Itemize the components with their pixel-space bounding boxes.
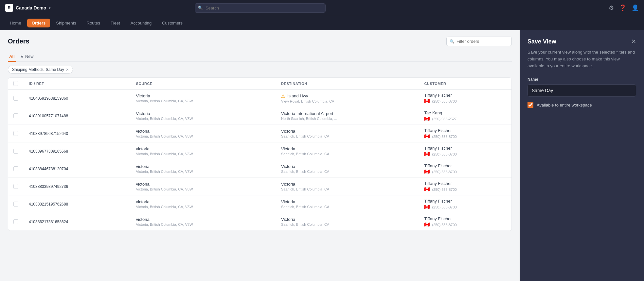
row-source: Victoria Victoria, British Columbia, CA,… — [131, 107, 276, 125]
orders-header: Orders 🔍 — [8, 37, 512, 46]
row-destination: Victoria Saanich, British Columbia, CA — [276, 160, 419, 178]
row-checkbox-cell — [8, 213, 24, 231]
row-checkbox-cell — [8, 142, 24, 160]
flag-icon: 🇨🇦 — [424, 98, 430, 104]
row-id: 410389789687152640 — [24, 125, 131, 142]
row-checkbox[interactable] — [13, 149, 18, 154]
table-row[interactable]: 410388215195762688 victoria Victoria, Br… — [8, 195, 511, 213]
row-id: 410388446738120704 — [24, 160, 131, 178]
row-destination: Victoria Saanich, British Columbia, CA — [276, 142, 419, 160]
row-checkbox-cell — [8, 160, 24, 178]
name-field-label: Name — [528, 77, 636, 82]
nav-routes[interactable]: Routes — [82, 19, 105, 27]
table-row[interactable]: 410389789687152640 victoria Victoria, Br… — [8, 125, 511, 142]
topbar-actions: ⚙ ❓ 👤 — [609, 4, 639, 11]
brand-logo: R — [5, 4, 13, 12]
table-row[interactable]: 410389677309165568 victoria Victoria, Br… — [8, 142, 511, 160]
tab-all[interactable]: All — [8, 51, 16, 61]
panel-close-button[interactable]: ✕ — [631, 38, 636, 45]
filter-icon: 🔍 — [450, 39, 455, 44]
help-icon[interactable]: ❓ — [619, 4, 626, 11]
nav-accounting[interactable]: Accounting — [126, 19, 156, 27]
row-id: 410389677309165568 — [24, 142, 131, 160]
table-row[interactable]: 410391005771071488 Victoria Victoria, Br… — [8, 107, 511, 125]
filter-orders-input[interactable] — [446, 37, 512, 46]
tabs: All ★ New — [8, 51, 512, 62]
chip-close-icon[interactable]: × — [66, 67, 69, 72]
table-row[interactable]: 410388339397492736 victoria Victoria, Br… — [8, 178, 511, 195]
row-customer: Tiffany Fischer 🇨🇦 (250) 538-8700 — [419, 195, 511, 213]
row-customer: Tiffany Fischer 🇨🇦 (250) 538-8700 — [419, 160, 511, 178]
shipping-method-chip: Shipping Methods: Same Day × — [8, 66, 73, 74]
navbar: Home Orders Shipments Routes Fleet Accou… — [0, 16, 644, 30]
view-name-input[interactable] — [528, 84, 636, 97]
nav-orders[interactable]: Orders — [27, 19, 50, 27]
orders-table: ID / REF SOURCE DESTINATION CUSTOMER 410… — [8, 77, 512, 231]
main-content: Orders 🔍 All ★ New Shipping Methods: Sam… — [0, 30, 644, 281]
nav-customers[interactable]: Customers — [157, 19, 187, 27]
row-checkbox[interactable] — [13, 219, 18, 224]
search-icon: 🔍 — [198, 6, 203, 10]
table-row[interactable]: 410386217381658624 victoria Victoria, Br… — [8, 213, 511, 231]
row-customer: Tiffany Fischer 🇨🇦 (250) 538-8700 — [419, 213, 511, 231]
tab-new-label: New — [25, 54, 34, 59]
row-checkbox[interactable] — [13, 202, 18, 207]
nav-shipments[interactable]: Shipments — [51, 19, 80, 27]
flag-icon: 🇨🇦 — [424, 134, 430, 139]
workspace-checkbox-row: Available to entire workspace — [528, 102, 636, 108]
row-destination: Victoria International Airport North Saa… — [276, 107, 419, 125]
brand-chevron-icon: ▾ — [49, 6, 50, 10]
table-row[interactable]: 410405919638159360 Victoria Victoria, Br… — [8, 90, 511, 107]
flag-icon: 🇨🇦 — [424, 222, 430, 227]
page-title: Orders — [8, 38, 29, 45]
row-checkbox[interactable] — [13, 113, 18, 118]
select-all-checkbox[interactable] — [13, 81, 18, 86]
chip-label: Shipping Methods: Same Day — [12, 67, 64, 72]
row-customer: Tiffany Fischer 🇨🇦 (250) 538-8700 — [419, 125, 511, 142]
nav-fleet[interactable]: Fleet — [106, 19, 125, 27]
row-id: 410386217381658624 — [24, 213, 131, 231]
flag-icon: 🇨🇦 — [424, 187, 430, 192]
row-customer: Tiffany Fischer 🇨🇦 (250) 538-8700 — [419, 178, 511, 195]
flag-icon: 🇨🇦 — [424, 116, 430, 121]
search-bar: 🔍 — [195, 3, 326, 13]
settings-icon[interactable]: ⚙ — [609, 4, 614, 11]
row-checkbox-cell — [8, 125, 24, 142]
row-destination: Victoria Saanich, British Columbia, CA — [276, 178, 419, 195]
col-id: ID / REF — [24, 78, 131, 90]
row-checkbox[interactable] — [13, 131, 18, 136]
star-icon: ★ — [20, 54, 24, 59]
row-source: victoria Victoria, British Columbia, CA,… — [131, 178, 276, 195]
workspace-checkbox[interactable] — [528, 102, 533, 108]
warning-icon: ⚠ — [281, 93, 285, 99]
row-checkbox-cell — [8, 90, 24, 107]
panel-description: Save your current view along with the se… — [528, 49, 636, 69]
brand[interactable]: R Canada Demo ▾ — [5, 4, 50, 12]
filter-chips: Shipping Methods: Same Day × — [8, 66, 512, 74]
row-customer: Tae Kang 🇨🇦 (250) 986-2527 — [419, 107, 511, 125]
user-icon[interactable]: 👤 — [632, 4, 639, 11]
row-customer: Tiffany Fischer 🇨🇦 (250) 538-8700 — [419, 142, 511, 160]
row-destination: Victoria Saanich, British Columbia, CA — [276, 125, 419, 142]
row-destination: ⚠ Island Hwy View Royal, British Columbi… — [276, 90, 419, 107]
col-source: SOURCE — [131, 78, 276, 90]
table-row[interactable]: 410388446738120704 victoria Victoria, Br… — [8, 160, 511, 178]
flag-icon: 🇨🇦 — [424, 169, 430, 174]
row-source: victoria Victoria, British Columbia, CA,… — [131, 160, 276, 178]
panel-title: Save View — [528, 38, 556, 45]
row-checkbox[interactable] — [13, 184, 18, 189]
row-id: 410388215195762688 — [24, 195, 131, 213]
row-source: victoria Victoria, British Columbia, CA,… — [131, 195, 276, 213]
row-checkbox[interactable] — [13, 96, 18, 101]
row-id: 410388339397492736 — [24, 178, 131, 195]
nav-home[interactable]: Home — [5, 19, 26, 27]
row-source: Victoria Victoria, British Columbia, CA,… — [131, 90, 276, 107]
save-view-panel: Save View ✕ Save your current view along… — [520, 30, 644, 281]
flag-icon: 🇨🇦 — [424, 151, 430, 157]
tab-new[interactable]: ★ New — [19, 51, 35, 61]
row-checkbox[interactable] — [13, 166, 18, 171]
search-input[interactable] — [195, 3, 326, 13]
row-destination: Victoria Saanich, British Columbia, CA — [276, 213, 419, 231]
row-destination: Victoria Saanich, British Columbia, CA — [276, 195, 419, 213]
row-id: 410405919638159360 — [24, 90, 131, 107]
